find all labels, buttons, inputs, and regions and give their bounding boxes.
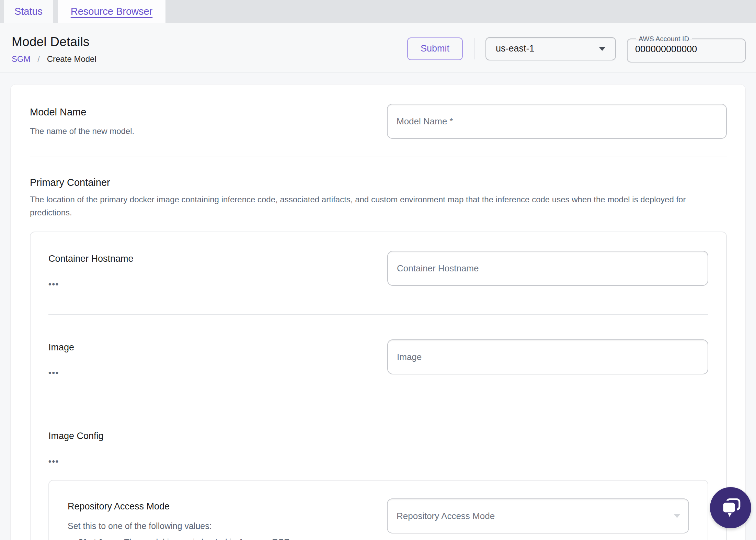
page-header: Model Details SGM / Create Model Submit … [0,23,756,72]
breadcrumb-parent-link[interactable]: SGM [12,54,31,64]
chevron-down-icon [674,514,680,518]
header-controls: Submit us-east-1 AWS Account ID 00000000… [407,35,746,63]
repository-access-mode-description: Set this to one of the following values: [68,519,358,532]
list-item: Platform - The model image is hosted in … [79,537,358,540]
field-divider [48,314,708,315]
chevron-down-icon [599,47,606,51]
model-name-info: Model Name The name of the new model. [30,104,134,138]
header-title-block: Model Details SGM / Create Model [12,33,96,64]
option-text: - The model image is hosted in Amazon EC… [119,537,293,540]
repository-access-mode-row: Repository Access Mode Set this to one o… [68,498,689,540]
tab-bar: Status Resource Browser [0,0,756,23]
model-details-card: Model Name The name of the new model. Pr… [10,84,746,540]
model-name-description: The name of the new model. [30,125,134,138]
expand-description-toggle[interactable]: ••• [48,369,59,377]
option-code: Platform [79,538,117,540]
content-area: Model Name The name of the new model. Pr… [0,72,756,540]
container-hostname-input[interactable] [387,251,708,286]
field-divider [48,403,708,403]
model-name-row: Model Name The name of the new model. [30,104,727,139]
section-divider [30,157,727,157]
image-config-card: Repository Access Mode Set this to one o… [48,480,708,540]
tab-status[interactable]: Status [4,0,53,23]
image-row: Image ••• [48,339,708,377]
repository-access-mode-label: Repository Access Mode [68,501,358,512]
repository-access-mode-info: Repository Access Mode Set this to one o… [68,498,358,540]
image-label: Image [48,342,74,353]
tab-status-label: Status [14,6,43,17]
region-select[interactable]: us-east-1 [485,37,616,60]
image-config-info: Image Config ••• [48,428,104,465]
container-hostname-row: Container Hostname ••• [48,251,708,288]
aws-account-id-field[interactable]: AWS Account ID 000000000000 [627,35,746,63]
expand-description-toggle[interactable]: ••• [48,280,59,288]
chat-icon [719,496,742,519]
submit-button[interactable]: Submit [407,37,463,60]
image-config-label: Image Config [48,431,104,441]
tab-resource-browser[interactable]: Resource Browser [58,0,165,23]
repository-access-mode-input[interactable] [387,498,689,533]
breadcrumb-separator: / [37,54,40,64]
repository-access-mode-options-list: Platform - The model image is hosted in … [68,537,358,540]
container-hostname-label: Container Hostname [48,254,134,264]
model-name-input[interactable] [387,104,727,139]
expand-description-toggle[interactable]: ••• [48,457,59,465]
region-select-value: us-east-1 [496,43,535,54]
header-divider [474,38,474,59]
model-name-label: Model Name [30,106,134,118]
primary-container-header: Primary Container The location of the pr… [30,177,727,219]
breadcrumb-current: Create Model [47,54,96,64]
repository-access-mode-select[interactable] [387,498,689,533]
image-input[interactable] [387,339,708,374]
image-info: Image ••• [48,339,74,377]
aws-account-id-value[interactable]: 000000000000 [635,43,745,55]
primary-container-label: Primary Container [30,177,727,188]
page-title: Model Details [12,35,96,49]
image-config-row: Image Config ••• [48,428,708,465]
tab-resource-browser-label: Resource Browser [71,6,153,17]
aws-account-id-label: AWS Account ID [636,35,692,43]
chat-widget-button[interactable] [710,487,751,528]
container-hostname-info: Container Hostname ••• [48,251,134,288]
primary-container-card: Container Hostname ••• Image ••• Image C… [30,232,727,540]
breadcrumb: SGM / Create Model [12,54,96,64]
primary-container-description: The location of the primary docker image… [30,193,720,219]
